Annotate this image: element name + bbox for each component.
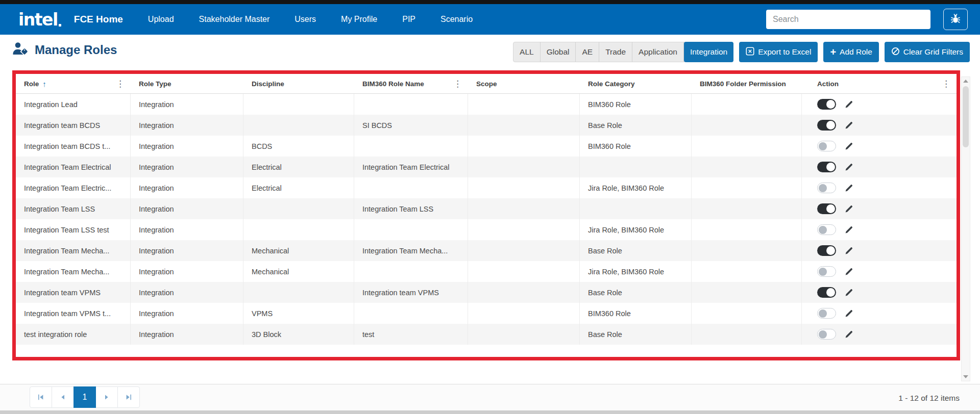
bug-report-button[interactable]: [943, 9, 968, 30]
tab-application[interactable]: Application: [632, 42, 684, 62]
cell-discipline: Mechanical: [243, 261, 354, 282]
nav-link-my-profile[interactable]: My Profile: [341, 15, 377, 24]
cell-role-type: Integration: [131, 261, 243, 282]
grid-header-row: Role ↑ ⋮ Role Type Discipline BIM360 Rol…: [16, 74, 957, 94]
cell-bim360-folder-permission: [692, 261, 802, 282]
nav-link-scenario[interactable]: Scenario: [440, 15, 473, 24]
nav-link-users[interactable]: Users: [295, 15, 316, 24]
active-toggle[interactable]: [817, 141, 836, 151]
scroll-up-icon[interactable]: [962, 77, 970, 85]
column-menu-icon[interactable]: ⋮: [453, 79, 462, 89]
app-window: intel FCE Home UploadStakeholder MasterU…: [0, 0, 980, 414]
edit-icon[interactable]: [845, 121, 853, 130]
active-toggle[interactable]: [817, 120, 836, 131]
column-header-role-category[interactable]: Role Category: [580, 74, 692, 93]
tab-global[interactable]: Global: [541, 42, 576, 62]
previous-page-button[interactable]: [52, 386, 74, 408]
table-row: test integration roleIntegration3D Block…: [16, 324, 957, 345]
cell-role: Integration team BCDS t...: [16, 136, 131, 157]
tab-trade[interactable]: Trade: [599, 42, 632, 62]
cell-action: [802, 261, 957, 282]
active-toggle[interactable]: [817, 99, 836, 110]
nav-link-stakeholder-master[interactable]: Stakeholder Master: [199, 15, 270, 24]
table-row: Integration Team LSS testIntegrationJira…: [16, 219, 957, 240]
edit-icon[interactable]: [845, 225, 853, 234]
cell-bim360-role-name: [354, 303, 468, 324]
column-header-action[interactable]: Action ⋮: [802, 74, 957, 93]
nav-link-upload[interactable]: Upload: [148, 15, 174, 24]
first-page-button[interactable]: [30, 386, 52, 408]
table-row: Integration LeadIntegrationBIM360 Role: [16, 94, 957, 115]
cell-bim360-role-name: [354, 136, 468, 157]
column-header-discipline[interactable]: Discipline: [243, 74, 354, 93]
active-toggle[interactable]: [817, 245, 836, 256]
cell-action: [802, 136, 957, 157]
scroll-down-icon[interactable]: [962, 373, 970, 381]
table-row: Integration team VPMS t...IntegrationVPM…: [16, 303, 957, 324]
edit-icon[interactable]: [845, 100, 853, 109]
edit-icon[interactable]: [845, 330, 853, 339]
cell-bim360-role-name: Integration Team LSS: [354, 198, 468, 219]
cell-discipline: [243, 115, 354, 136]
cell-scope: [468, 115, 580, 136]
active-toggle[interactable]: [817, 224, 836, 235]
nav-brand-fce-home[interactable]: FCE Home: [74, 14, 123, 25]
clear-grid-filters-button[interactable]: Clear Grid Filters: [885, 42, 970, 62]
edit-icon[interactable]: [845, 184, 853, 192]
cell-scope: [468, 282, 580, 303]
edit-icon[interactable]: [845, 204, 853, 213]
edit-icon[interactable]: [845, 309, 853, 318]
vertical-scrollbar[interactable]: [961, 76, 970, 381]
page-number-button[interactable]: 1: [74, 386, 96, 408]
page-title: Manage Roles: [35, 43, 117, 57]
edit-icon[interactable]: [845, 267, 853, 276]
active-toggle[interactable]: [817, 162, 836, 172]
column-menu-icon[interactable]: ⋮: [942, 79, 950, 89]
cell-bim360-folder-permission: [692, 136, 802, 157]
tab-all[interactable]: ALL: [513, 42, 541, 62]
active-toggle[interactable]: [817, 183, 836, 193]
cell-scope: [468, 219, 580, 240]
active-toggle[interactable]: [817, 266, 836, 277]
cancel-circle-icon: [891, 47, 900, 58]
cell-action: [802, 240, 957, 261]
cell-role-type: Integration: [131, 282, 243, 303]
active-toggle[interactable]: [817, 308, 836, 319]
export-to-excel-button[interactable]: Export to Excel: [739, 42, 818, 62]
add-role-button[interactable]: + Add Role: [823, 42, 878, 62]
column-header-bim360-role-name[interactable]: BIM360 Role Name ⋮: [354, 74, 468, 93]
sort-asc-icon[interactable]: ↑: [42, 80, 46, 88]
tab-integration[interactable]: Integration: [684, 42, 733, 62]
column-menu-icon[interactable]: ⋮: [116, 79, 125, 89]
cell-bim360-role-name: Integration Team Electrical: [354, 157, 468, 177]
scrollbar-thumb[interactable]: [963, 86, 969, 147]
cell-discipline: 3D Block: [243, 324, 354, 345]
column-header-bim360-folder-permission[interactable]: BIM360 Folder Permission: [692, 74, 802, 93]
cell-discipline: VPMS: [243, 303, 354, 324]
cell-role: Integration Team Electric...: [16, 177, 131, 198]
column-header-scope[interactable]: Scope: [468, 74, 580, 93]
column-header-role[interactable]: Role ↑ ⋮: [16, 74, 131, 93]
cell-action: [802, 219, 957, 240]
active-toggle[interactable]: [817, 203, 836, 214]
cell-role: Integration team VPMS: [16, 282, 131, 303]
cell-role-type: Integration: [131, 324, 243, 345]
tab-ae[interactable]: AE: [576, 42, 599, 62]
column-header-role-type[interactable]: Role Type: [131, 74, 243, 93]
edit-icon[interactable]: [845, 288, 853, 297]
active-toggle[interactable]: [817, 287, 836, 298]
edit-icon[interactable]: [845, 246, 853, 255]
nav-link-pip[interactable]: PIP: [402, 15, 415, 24]
horizontal-scrollbar[interactable]: [0, 410, 980, 414]
active-toggle[interactable]: [817, 329, 836, 340]
cell-role-category: Base Role: [580, 324, 692, 345]
cell-role-category: BIM360 Role: [580, 136, 692, 157]
cell-bim360-folder-permission: [692, 157, 802, 177]
last-page-button[interactable]: [117, 386, 140, 408]
edit-icon[interactable]: [845, 142, 853, 150]
next-page-button[interactable]: [95, 386, 118, 408]
cell-role-type: Integration: [131, 115, 243, 136]
search-input[interactable]: [766, 10, 930, 29]
cell-role-type: Integration: [131, 177, 243, 198]
edit-icon[interactable]: [845, 163, 853, 171]
